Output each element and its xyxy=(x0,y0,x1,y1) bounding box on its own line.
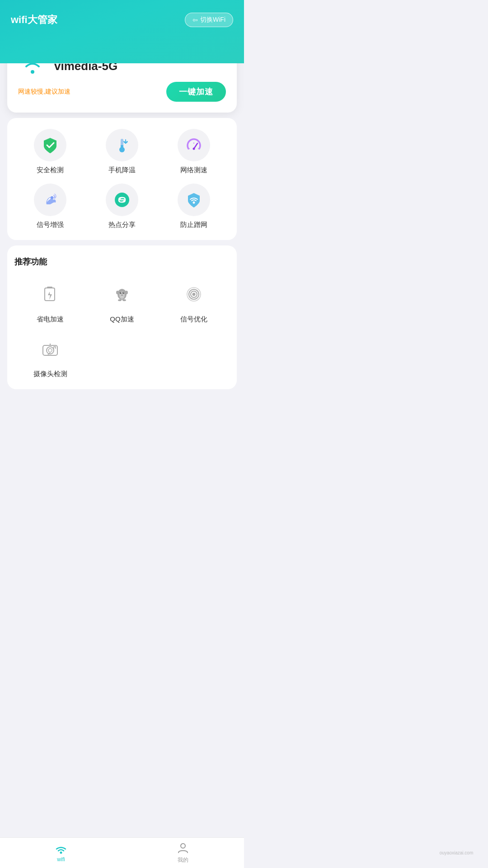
features-section: 安全检测 手机降温 xyxy=(7,118,237,240)
rec-camera-detect-label: 摄像头检测 xyxy=(33,370,67,378)
battery-icon xyxy=(40,284,60,304)
svg-point-24 xyxy=(125,291,128,294)
feature-speedtest[interactable]: 网络测速 xyxy=(158,129,230,175)
svg-point-20 xyxy=(123,292,124,293)
svg-point-21 xyxy=(118,299,122,301)
app-title: wifi大管家 xyxy=(11,13,57,27)
rec-qq-boost-label: QQ加速 xyxy=(110,315,134,324)
rec-signal-optimize-label: 信号优化 xyxy=(180,315,207,324)
svg-point-23 xyxy=(116,291,119,294)
rec-signal-optimize[interactable]: 信号优化 xyxy=(158,278,230,324)
security-icon xyxy=(41,136,59,154)
feature-prevent-freeload[interactable]: 防止蹭网 xyxy=(158,184,230,229)
feature-grid: 安全检测 手机降温 xyxy=(14,129,230,229)
svg-point-5 xyxy=(192,148,195,150)
feature-signal-boost[interactable]: 信号增强 xyxy=(14,184,86,229)
svg-point-12 xyxy=(192,202,195,204)
feature-hotspot-label: 热点分享 xyxy=(108,221,136,229)
feature-signal-boost-label: 信号增强 xyxy=(37,221,64,229)
speedtest-icon xyxy=(185,136,203,154)
svg-rect-14 xyxy=(47,287,52,288)
svg-point-17 xyxy=(120,292,122,294)
recommended-grid: 省电加速 xyxy=(14,278,230,378)
feature-prevent-freeload-label: 防止蹭网 xyxy=(180,221,207,229)
switch-wifi-button[interactable]: ⇦ 切换WiFi xyxy=(185,13,233,27)
rec-power-save-label: 省电加速 xyxy=(37,315,64,324)
feature-speedtest-label: 网络测速 xyxy=(180,166,207,175)
signal-boost-icon xyxy=(41,191,59,209)
rec-camera-detect[interactable]: 摄像头检测 xyxy=(14,333,86,378)
switch-icon: ⇦ xyxy=(192,16,198,24)
qq-icon xyxy=(112,284,132,304)
signal-optimize-icon xyxy=(184,284,204,304)
boost-button[interactable]: 一键加速 xyxy=(166,82,226,102)
rec-qq-boost[interactable]: QQ加速 xyxy=(86,278,158,324)
feature-hotspot[interactable]: 热点分享 xyxy=(86,184,158,229)
recommended-title: 推荐功能 xyxy=(14,256,230,267)
feature-security-label: 安全检测 xyxy=(37,166,64,175)
feature-cooling[interactable]: 手机降温 xyxy=(86,129,158,175)
camera-icon xyxy=(40,339,60,359)
svg-point-0 xyxy=(31,70,34,74)
svg-point-19 xyxy=(121,292,122,293)
cooling-icon xyxy=(113,136,131,154)
svg-point-18 xyxy=(122,292,124,294)
svg-point-22 xyxy=(122,299,126,301)
wifi-slow-text: 网速较慢,建议加速 xyxy=(18,88,70,96)
feature-security[interactable]: 安全检测 xyxy=(14,129,86,175)
prevent-freeload-icon xyxy=(185,191,203,209)
header: wifi大管家 ⇦ 切换WiFi xyxy=(0,0,244,63)
svg-point-9 xyxy=(51,196,53,199)
feature-cooling-label: 手机降温 xyxy=(108,166,136,175)
svg-rect-3 xyxy=(121,145,123,151)
recommended-section: 推荐功能 省电加速 xyxy=(7,245,237,389)
svg-point-28 xyxy=(48,349,52,352)
hotspot-icon xyxy=(113,191,131,209)
svg-point-25 xyxy=(192,293,195,296)
rec-power-save[interactable]: 省电加速 xyxy=(14,278,86,324)
